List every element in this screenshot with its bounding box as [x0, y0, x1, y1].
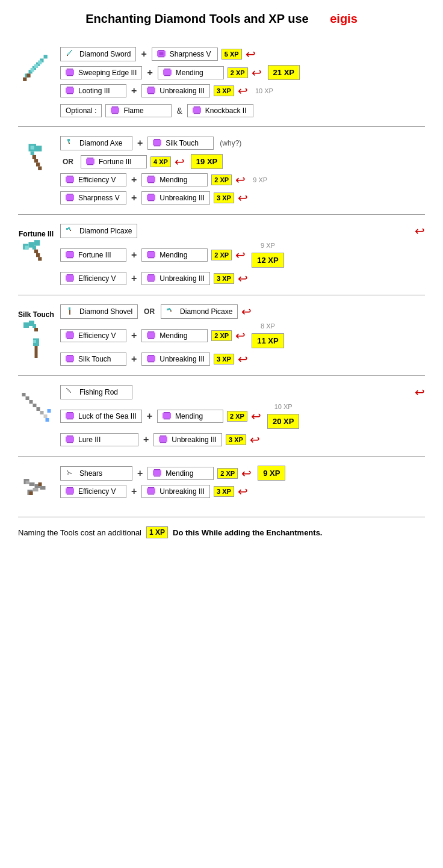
- svg-rect-20: [159, 52, 163, 55]
- svg-rect-38: [193, 113, 200, 114]
- shovel-section: Silk Touch Diamond S: [18, 295, 425, 376]
- svg-rect-129: [70, 392, 71, 393]
- total-sword: 21 XP: [268, 65, 300, 80]
- fish-unbr: Unbreaking III: [153, 433, 222, 446]
- sword-row-2: Sweeping Edge III + Mending 2 XP ↩ 21 XP: [60, 65, 425, 80]
- axe-row-or: OR Fortune III 4 XP ↩ 19 XP: [60, 154, 425, 169]
- fish-luck: Luck of the Sea III: [60, 410, 142, 423]
- pick-fort-row-2: Efficiency V + Unbreaking III 3 XP ↩: [60, 271, 425, 286]
- xp-2b: 2 XP: [211, 174, 232, 185]
- fish-lure: Lure III: [60, 433, 138, 446]
- xp-5: 5 XP: [222, 49, 242, 60]
- svg-rect-101: [167, 309, 169, 310]
- svg-rect-26: [164, 75, 171, 76]
- axe-tool-icon: [18, 136, 54, 172]
- svg-rect-27: [67, 87, 73, 88]
- svg-rect-21: [67, 69, 73, 70]
- sword-row-3: Looting III + Unbreaking III 3 XP ↩ 10 X…: [60, 84, 425, 98]
- main-title: Enchanting Diamond Tools and XP use eigi…: [18, 12, 425, 26]
- brand-text: eigis: [330, 12, 358, 25]
- svg-rect-81: [66, 251, 74, 257]
- svg-rect-45: [38, 167, 42, 170]
- svg-rect-134: [163, 413, 171, 418]
- svg-rect-73: [36, 253, 40, 257]
- svg-rect-152: [68, 472, 69, 473]
- svg-rect-52: [154, 146, 161, 147]
- svg-rect-14: [67, 54, 69, 55]
- xp-sh2-1: 2 XP: [217, 468, 238, 479]
- footer-note: Naming the Tools cost an additional 1 XP…: [18, 517, 425, 541]
- sword-optional: Optional : Flame & Knockback II: [60, 104, 425, 117]
- sword-row-1: Diamond Sword + Sharpness V 5 XP ↩: [60, 47, 425, 61]
- svg-rect-23: [67, 75, 73, 76]
- svg-rect-33: [112, 106, 119, 108]
- svg-rect-34: [111, 108, 119, 113]
- pickaxe-fortune-section: Fortune III Diamond Picaxe: [18, 215, 425, 295]
- shovel-pick-toolbox: Diamond Picaxe: [161, 304, 238, 319]
- total-col-axe: 19 XP: [188, 154, 223, 169]
- svg-rect-90: [147, 275, 155, 281]
- footer-text-after: Do this While adding the Enchantments.: [173, 528, 322, 537]
- total-axe: 19 XP: [191, 154, 223, 169]
- svg-rect-122: [40, 411, 43, 414]
- svg-rect-119: [29, 400, 33, 404]
- arrow-axe-1: ↩: [175, 155, 185, 169]
- total-pickfort: 12 XP: [252, 253, 283, 268]
- svg-rect-57: [66, 177, 74, 182]
- svg-rect-130: [67, 412, 73, 413]
- svg-rect-19: [158, 57, 164, 58]
- svg-rect-85: [148, 257, 155, 258]
- svg-rect-75: [25, 246, 28, 250]
- svg-rect-62: [67, 194, 73, 195]
- svg-rect-66: [147, 195, 155, 200]
- svg-rect-63: [66, 195, 74, 200]
- svg-rect-7: [26, 73, 30, 77]
- xp-pf-1: 2 XP: [211, 250, 232, 260]
- svg-rect-17: [158, 50, 164, 51]
- pick-fort-ench-2b: Unbreaking III: [141, 272, 210, 285]
- svg-rect-0: [44, 55, 48, 58]
- svg-rect-132: [67, 418, 73, 419]
- total-col-shovel: 8 XP 11 XP: [249, 322, 283, 348]
- svg-rect-51: [153, 140, 161, 146]
- arrow-2: ↩: [252, 66, 262, 80]
- svg-rect-115: [147, 356, 155, 362]
- fish-toolbox: Fishing Rod: [60, 385, 132, 399]
- svg-rect-116: [148, 362, 155, 363]
- svg-rect-128: [69, 390, 70, 392]
- shovel-toolbox: Diamond Shovel: [60, 304, 138, 319]
- shears-unbr: Unbreaking III: [141, 485, 210, 498]
- svg-rect-60: [147, 177, 155, 182]
- xp-4a: 4 XP: [150, 156, 171, 167]
- svg-rect-97: [35, 346, 38, 358]
- svg-rect-32: [148, 93, 155, 94]
- svg-rect-40: [36, 146, 42, 151]
- xp-fi-2: 3 XP: [226, 434, 246, 445]
- axe-row-1: Diamond Axe + Silk Touch (why?): [60, 136, 425, 150]
- svg-rect-28: [66, 88, 74, 93]
- shovel-row-2: Silk Touch + Unbreaking III 3 XP ↩: [60, 352, 425, 366]
- fish-mend: Mending: [157, 410, 223, 423]
- svg-rect-86: [67, 274, 73, 275]
- svg-rect-141: [160, 442, 167, 443]
- svg-rect-103: [170, 309, 171, 310]
- shovel-eff: Efficiency V: [60, 329, 126, 342]
- pick-fort-ench-1a: Fortune III: [60, 248, 126, 262]
- svg-rect-41: [31, 152, 34, 155]
- svg-rect-71: [33, 246, 36, 250]
- pick-fort-toolbox: Diamond Picaxe: [60, 224, 137, 238]
- svg-rect-145: [40, 486, 45, 490]
- svg-rect-157: [153, 470, 161, 475]
- svg-rect-44: [36, 162, 40, 166]
- svg-rect-91: [148, 281, 155, 282]
- fish-row-1: Luck of the Sea III + Mending 2 XP ↩ 10 …: [60, 403, 425, 429]
- svg-rect-99: [69, 307, 70, 310]
- sword-ench-3b: Unbreaking III: [141, 84, 210, 97]
- svg-rect-123: [43, 414, 47, 418]
- fish-row-0: Fishing Rod ↩: [60, 385, 425, 399]
- svg-rect-82: [67, 257, 73, 258]
- sword-ench-1: Sharpness V: [152, 48, 218, 61]
- svg-rect-127: [67, 389, 69, 390]
- svg-rect-15: [67, 55, 68, 56]
- total-col-sword: 21 XP: [265, 65, 300, 80]
